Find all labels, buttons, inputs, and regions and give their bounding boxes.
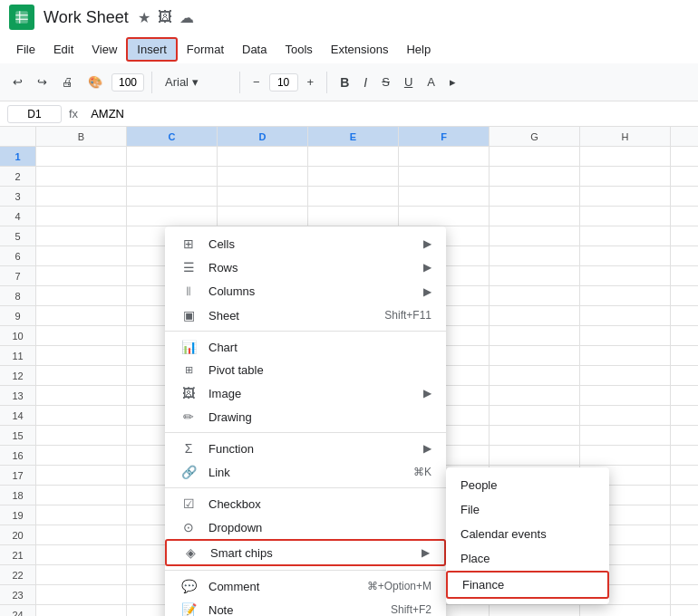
star-icon[interactable]: ★ [138, 9, 150, 26]
image-arrow: ▶ [423, 387, 431, 399]
chart-icon: 📊 [179, 340, 198, 354]
menu-item-smartchips[interactable]: ◈ Smart chips ▶ [165, 539, 446, 566]
app-icon [9, 5, 34, 30]
sheet-shortcut: Shift+F11 [384, 309, 431, 322]
col-header-c[interactable]: C [127, 127, 218, 146]
font-size-increase[interactable]: + [302, 72, 320, 92]
comment-icon: 💬 [179, 579, 198, 593]
row-num-15: 15 [0, 426, 36, 445]
submenu-finance[interactable]: Finance [446, 571, 609, 599]
chart-label: Chart [208, 341, 431, 354]
italic-button[interactable]: I [358, 72, 373, 93]
note-shortcut: Shift+F2 [391, 603, 431, 616]
menu-item-note[interactable]: 📝 Note Shift+F2 [165, 598, 446, 616]
submenu-people[interactable]: People [446, 473, 609, 497]
menu-item-image[interactable]: 🖼 Image ▶ [165, 381, 446, 405]
title-action-icons: ★ 🖼 ☁ [138, 9, 194, 26]
menu-data[interactable]: Data [233, 39, 276, 60]
print-button[interactable]: 🖨 [56, 72, 79, 92]
menu-item-link[interactable]: 🔗 Link ⌘K [165, 460, 446, 484]
row-num-19: 19 [0, 505, 36, 525]
menu-help[interactable]: Help [397, 39, 440, 60]
move-icon[interactable]: 🖼 [158, 9, 172, 26]
bold-button[interactable]: B [334, 72, 354, 93]
cell-h1[interactable] [580, 147, 671, 166]
paint-format-button[interactable]: 🎨 [82, 72, 108, 92]
formula-input[interactable] [85, 105, 691, 122]
cell-c1[interactable] [127, 147, 218, 166]
drawing-label: Drawing [208, 410, 431, 424]
cell-reference-input[interactable] [7, 105, 62, 123]
font-dropdown[interactable]: Arial ▾ [160, 72, 232, 92]
menu-extensions[interactable]: Extensions [322, 39, 398, 60]
separator-1 [151, 72, 152, 93]
checkbox-label: Checkbox [208, 497, 431, 511]
menu-item-function[interactable]: Σ Function ▶ [165, 437, 446, 460]
menu-file[interactable]: File [7, 39, 44, 60]
comment-label: Comment [208, 580, 360, 593]
columns-icon: ⦀ [179, 284, 198, 299]
undo-button[interactable]: ↩ [7, 72, 28, 92]
submenu-file[interactable]: File [446, 497, 609, 522]
font-color-button[interactable]: A [422, 72, 441, 92]
sheet-label: Sheet [208, 309, 377, 322]
menu-item-checkbox[interactable]: ☑ Checkbox [165, 492, 446, 515]
divider-3 [165, 487, 446, 488]
separator-3 [326, 72, 327, 93]
menu-item-pivot[interactable]: ⊞ Pivot table [165, 359, 446, 381]
document-title: Work Sheet [44, 8, 129, 27]
redo-button[interactable]: ↪ [32, 72, 53, 92]
font-size-decrease[interactable]: − [247, 72, 266, 92]
col-header-e[interactable]: E [308, 127, 399, 146]
cell-e1[interactable] [308, 147, 399, 166]
row-num-1: 1 [0, 147, 36, 166]
menu-item-sheet[interactable]: ▣ Sheet Shift+F11 [165, 303, 446, 327]
col-header-b[interactable]: B [36, 127, 127, 146]
cell-f1[interactable] [399, 147, 490, 166]
cell-d1[interactable] [218, 147, 308, 166]
more-toolbar[interactable]: ▸ [444, 72, 461, 92]
underline-button[interactable]: U [399, 72, 418, 92]
menu-bar: File Edit View Insert Format Data Tools … [0, 34, 698, 63]
link-label: Link [208, 466, 406, 479]
menu-item-dropdown[interactable]: ⊙ Dropdown [165, 515, 446, 539]
row-num-18: 18 [0, 486, 36, 505]
menu-view[interactable]: View [82, 39, 126, 60]
menu-edit[interactable]: Edit [44, 39, 82, 60]
col-header-d[interactable]: D [218, 127, 308, 146]
menu-item-columns[interactable]: ⦀ Columns ▶ [165, 279, 446, 303]
table-row: 1 [0, 147, 698, 167]
menu-item-cells[interactable]: ⊞ Cells ▶ [165, 232, 446, 255]
menu-item-chart[interactable]: 📊 Chart [165, 335, 446, 359]
rows-icon: ☰ [179, 260, 198, 274]
table-row: 2 [0, 167, 698, 187]
divider-2 [165, 432, 446, 433]
zoom-input[interactable] [111, 73, 144, 91]
cloud-icon[interactable]: ☁ [179, 9, 194, 26]
place-label: Place [460, 552, 490, 565]
menu-item-drawing[interactable]: ✏ Drawing [165, 405, 446, 428]
dropdown-label: Dropdown [208, 521, 431, 534]
cell-b1[interactable] [36, 147, 127, 166]
row-num-11: 11 [0, 346, 36, 365]
font-size-input[interactable] [269, 73, 298, 91]
pivot-label: Pivot table [208, 363, 431, 377]
cell-g1[interactable] [490, 147, 580, 166]
row-num-14: 14 [0, 406, 36, 425]
col-header-g[interactable]: G [490, 127, 580, 146]
col-header-f[interactable]: F [399, 127, 490, 146]
menu-item-rows[interactable]: ☰ Rows ▶ [165, 255, 446, 279]
submenu-place[interactable]: Place [446, 546, 609, 571]
menu-item-comment[interactable]: 💬 Comment ⌘+Option+M [165, 574, 446, 598]
menu-format[interactable]: Format [178, 39, 233, 60]
col-header-h[interactable]: H [580, 127, 671, 146]
finance-label: Finance [462, 578, 504, 592]
checkbox-icon: ☑ [179, 496, 198, 511]
menu-tools[interactable]: Tools [276, 39, 321, 60]
submenu-calendar[interactable]: Calendar events [446, 522, 609, 546]
menu-insert[interactable]: Insert [126, 37, 178, 62]
smartchips-icon: ◈ [181, 545, 199, 560]
image-label: Image [208, 387, 416, 400]
strikethrough-button[interactable]: S [376, 72, 395, 92]
table-row: 4 [0, 207, 698, 226]
